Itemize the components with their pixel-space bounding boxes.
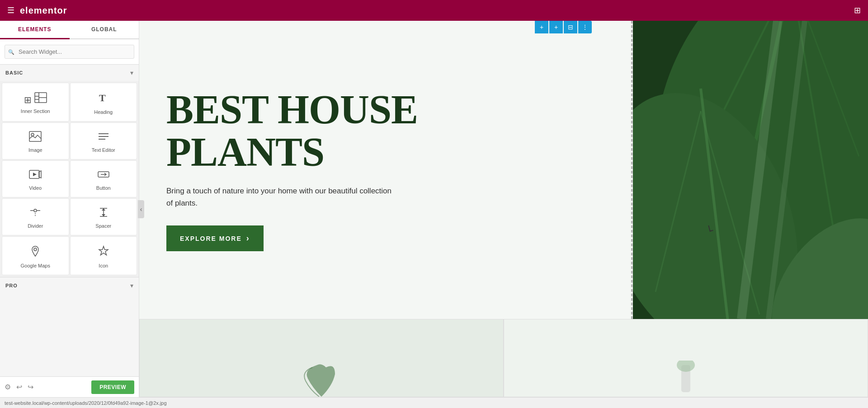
pro-section-arrow: ▾ bbox=[130, 282, 133, 289]
image-icon bbox=[29, 131, 42, 144]
widget-video[interactable]: Video bbox=[2, 160, 69, 197]
search-wrapper bbox=[5, 45, 134, 59]
widget-text-editor[interactable]: Text Editor bbox=[70, 122, 137, 159]
leaf-overlay bbox=[633, 21, 868, 319]
sidebar-bottom: ⚙ ↩ ↪ PREVIEW bbox=[0, 376, 139, 397]
strip-col-2 bbox=[504, 319, 868, 397]
hero-title-line2: PLANTS bbox=[166, 130, 324, 174]
widget-inner-section-label: Inner Section bbox=[21, 108, 50, 114]
canvas-add-btn[interactable]: + bbox=[535, 21, 548, 33]
widget-divider-label: Divider bbox=[28, 223, 43, 229]
spacer-icon bbox=[97, 207, 110, 220]
bottom-strip bbox=[139, 319, 868, 397]
undo-icon[interactable]: ↩ bbox=[16, 383, 22, 391]
hero-title: BEST HOUSE PLANTS bbox=[166, 89, 605, 174]
hero-title-line1: BEST HOUSE bbox=[166, 87, 418, 132]
canvas-area: + + ⊟ ⋮ BEST HOUSE PLANTS Bring a touch … bbox=[139, 21, 868, 397]
elementor-logo: elementor bbox=[20, 5, 67, 16]
button-icon bbox=[97, 169, 110, 182]
tab-global[interactable]: GLOBAL bbox=[70, 21, 139, 38]
widget-video-label: Video bbox=[29, 185, 42, 191]
canvas-toolbar: + + ⊟ ⋮ bbox=[535, 21, 592, 33]
heading-icon: T bbox=[97, 91, 110, 106]
widget-grid: Inner Section T Heading bbox=[0, 81, 139, 277]
canvas-more-btn[interactable]: ⋮ bbox=[578, 21, 592, 33]
hamburger-icon[interactable]: ☰ bbox=[7, 5, 14, 15]
canvas-add2-btn[interactable]: + bbox=[549, 21, 563, 33]
basic-section-label: BASIC bbox=[5, 70, 23, 75]
hero-left: BEST HOUSE PLANTS Bring a touch of natur… bbox=[139, 21, 633, 319]
svg-point-38 bbox=[677, 361, 695, 372]
search-box bbox=[0, 39, 139, 65]
video-icon bbox=[29, 169, 42, 182]
canvas-layout-btn[interactable]: ⊟ bbox=[564, 21, 577, 33]
hero-plant-image bbox=[633, 21, 868, 319]
widget-text-editor-label: Text Editor bbox=[92, 147, 115, 153]
pro-section-header[interactable]: PRO ▾ bbox=[0, 277, 139, 294]
widget-divider[interactable]: Divider bbox=[2, 198, 69, 235]
svg-marker-12 bbox=[39, 171, 41, 178]
bottom-icons: ⚙ ↩ ↪ bbox=[5, 383, 33, 391]
svg-point-23 bbox=[34, 248, 37, 251]
canvas-frame: BEST HOUSE PLANTS Bring a touch of natur… bbox=[139, 21, 868, 397]
preview-button[interactable]: PREVIEW bbox=[91, 380, 134, 394]
widget-image-label: Image bbox=[28, 147, 42, 153]
widget-image[interactable]: Image bbox=[2, 122, 69, 159]
column-divider bbox=[631, 21, 632, 319]
redo-icon[interactable]: ↪ bbox=[28, 383, 33, 391]
google-maps-icon bbox=[29, 245, 42, 259]
widget-inner-section[interactable]: Inner Section bbox=[2, 83, 69, 122]
top-bar-left: ☰ elementor bbox=[7, 5, 67, 16]
svg-point-17 bbox=[34, 209, 37, 212]
widget-heading-label: Heading bbox=[94, 109, 113, 115]
widget-google-maps[interactable]: Google Maps bbox=[2, 236, 69, 275]
search-input[interactable] bbox=[5, 45, 134, 59]
hero-right bbox=[633, 21, 868, 319]
hero-subtitle: Bring a touch of nature into your home w… bbox=[166, 185, 392, 209]
cta-arrow-icon: › bbox=[246, 234, 250, 243]
widget-icon-label: Icon bbox=[99, 263, 108, 268]
widget-heading[interactable]: T Heading bbox=[70, 83, 137, 122]
svg-rect-6 bbox=[29, 131, 41, 141]
sidebar-tabs: ELEMENTS GLOBAL bbox=[0, 21, 139, 39]
widget-spacer[interactable]: Spacer bbox=[70, 198, 137, 235]
grid-icon[interactable]: ⊞ bbox=[854, 5, 861, 15]
inner-section-icon bbox=[24, 92, 47, 105]
sidebar: ELEMENTS GLOBAL BASIC ▾ bbox=[0, 21, 139, 397]
svg-marker-13 bbox=[33, 173, 37, 176]
explore-more-button[interactable]: EXPLORE MORE › bbox=[166, 225, 264, 251]
widget-google-maps-label: Google Maps bbox=[21, 263, 50, 268]
svg-text:T: T bbox=[99, 92, 106, 103]
main-layout: ELEMENTS GLOBAL BASIC ▾ bbox=[0, 21, 868, 397]
widget-spacer-label: Spacer bbox=[95, 223, 111, 229]
hero-section: BEST HOUSE PLANTS Bring a touch of natur… bbox=[139, 21, 868, 319]
strip-col-1 bbox=[139, 319, 504, 397]
widget-button-label: Button bbox=[96, 185, 111, 191]
pro-section-label: PRO bbox=[5, 283, 18, 288]
cta-label: EXPLORE MORE bbox=[180, 235, 242, 242]
tab-elements[interactable]: ELEMENTS bbox=[0, 21, 70, 39]
status-url: test-website.local/wp-content/uploads/20… bbox=[5, 400, 167, 406]
icon-icon bbox=[97, 245, 110, 259]
basic-section-arrow: ▾ bbox=[130, 69, 133, 76]
widget-icon[interactable]: Icon bbox=[70, 236, 137, 275]
text-editor-icon bbox=[97, 131, 110, 144]
divider-icon bbox=[29, 207, 42, 220]
top-bar: ☰ elementor ⊞ bbox=[0, 0, 868, 21]
status-bar: test-website.local/wp-content/uploads/20… bbox=[0, 397, 868, 408]
settings-icon[interactable]: ⚙ bbox=[5, 383, 11, 391]
basic-section-header[interactable]: BASIC ▾ bbox=[0, 65, 139, 81]
collapse-handle[interactable] bbox=[138, 200, 144, 218]
widget-button[interactable]: Button bbox=[70, 160, 137, 197]
